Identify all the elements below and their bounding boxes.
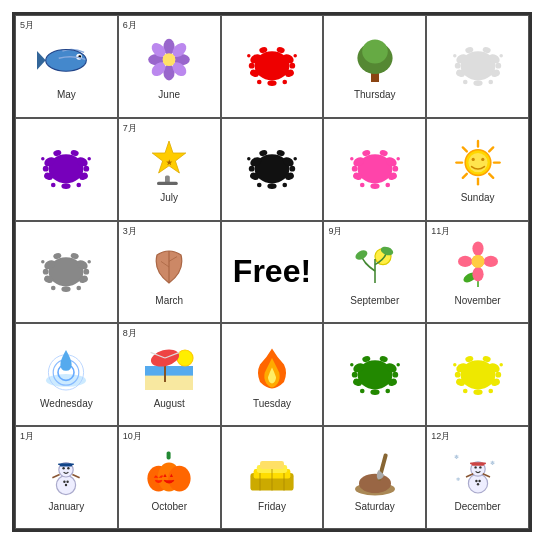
- svg-point-40: [454, 63, 460, 69]
- svg-point-167: [495, 372, 501, 378]
- svg-point-111: [62, 286, 71, 292]
- icon-july: ★: [139, 135, 199, 190]
- cell-november: 11月 November: [426, 221, 529, 324]
- kanji-march: 3月: [123, 225, 137, 238]
- icon-tuesday: [242, 341, 302, 396]
- svg-point-129: [472, 267, 483, 281]
- cell-splat-black: [221, 118, 324, 221]
- svg-point-58: [41, 157, 44, 160]
- svg-point-131: [483, 256, 497, 267]
- svg-point-112: [43, 269, 49, 275]
- label-may: May: [57, 89, 76, 100]
- label-june: June: [158, 89, 180, 100]
- svg-point-87: [392, 166, 398, 172]
- svg-text:★: ★: [166, 158, 173, 167]
- svg-point-74: [257, 183, 262, 188]
- label-july: July: [160, 192, 178, 203]
- svg-point-54: [43, 166, 49, 172]
- kanji-july: 7月: [123, 122, 137, 135]
- svg-point-174: [63, 467, 65, 469]
- label-friday: Friday: [258, 501, 286, 512]
- svg-point-152: [352, 372, 358, 378]
- svg-point-55: [84, 166, 90, 172]
- svg-point-73: [289, 166, 295, 172]
- svg-point-186: [168, 466, 190, 492]
- label-sunday: Sunday: [461, 192, 495, 203]
- svg-point-44: [453, 55, 456, 58]
- label-october: October: [151, 501, 187, 512]
- svg-point-26: [282, 80, 287, 85]
- svg-point-168: [463, 388, 468, 393]
- svg-point-76: [247, 157, 250, 160]
- label-december: December: [455, 501, 501, 512]
- cell-thursday: Thursday: [323, 15, 426, 118]
- svg-point-151: [370, 389, 379, 395]
- label-saturday: Saturday: [355, 501, 395, 512]
- svg-point-41: [495, 63, 501, 69]
- svg-point-102: [471, 157, 474, 160]
- svg-point-114: [51, 286, 56, 291]
- svg-point-115: [77, 286, 82, 291]
- cell-july: 7月 ★ July: [118, 118, 221, 221]
- svg-rect-138: [145, 366, 193, 376]
- svg-point-88: [360, 183, 365, 188]
- svg-rect-183: [167, 451, 171, 459]
- cell-march: 3月 March: [118, 221, 221, 324]
- kanji-may: 5月: [20, 19, 34, 32]
- svg-point-165: [473, 389, 482, 395]
- svg-point-22: [267, 81, 276, 87]
- label-january: January: [49, 501, 85, 512]
- svg-point-208: [475, 480, 477, 482]
- kanji-november: 11月: [431, 225, 450, 238]
- kanji-december: 12月: [431, 430, 450, 443]
- svg-point-210: [478, 480, 480, 482]
- svg-point-180: [64, 481, 66, 483]
- icon-september: [345, 238, 405, 293]
- svg-line-101: [462, 173, 466, 177]
- icon-may: [36, 32, 96, 87]
- svg-point-170: [453, 363, 456, 366]
- svg-point-171: [499, 363, 502, 366]
- svg-point-72: [249, 166, 255, 172]
- svg-point-128: [472, 242, 483, 256]
- free-label: Free!: [233, 253, 311, 290]
- icon-wednesday: [36, 341, 96, 396]
- svg-rect-61: [157, 181, 178, 184]
- svg-line-178: [53, 475, 60, 478]
- label-march: March: [155, 295, 183, 306]
- svg-point-157: [396, 363, 399, 366]
- svg-point-23: [249, 63, 255, 69]
- icon-november: [448, 238, 508, 293]
- svg-point-153: [392, 372, 398, 378]
- cell-splat-gray: [15, 221, 118, 324]
- cell-january: 1月 January: [15, 426, 118, 529]
- svg-point-116: [41, 260, 44, 263]
- label-thursday: Thursday: [354, 89, 396, 100]
- svg-point-14: [163, 53, 176, 66]
- svg-point-31: [362, 39, 388, 63]
- svg-point-91: [396, 157, 399, 160]
- svg-point-39: [473, 81, 482, 87]
- icon-december: ❄ ❄ ❄: [448, 444, 508, 499]
- label-august: August: [154, 398, 185, 409]
- cell-sunday: Sunday: [426, 118, 529, 221]
- cell-splat-pink: [323, 118, 426, 221]
- icon-friday: [242, 444, 302, 499]
- svg-marker-62: [152, 141, 186, 173]
- svg-line-100: [489, 147, 493, 151]
- icon-thursday: [345, 32, 405, 87]
- cell-splat-yellow: [426, 323, 529, 426]
- icon-sunday: [448, 135, 508, 190]
- svg-point-43: [488, 80, 493, 85]
- svg-rect-177: [58, 463, 74, 465]
- svg-point-169: [488, 388, 493, 393]
- svg-point-24: [289, 63, 295, 69]
- label-november: November: [455, 295, 501, 306]
- cell-august: 8月 August: [118, 323, 221, 426]
- svg-rect-190: [260, 461, 284, 469]
- svg-point-28: [293, 55, 296, 58]
- cell-splat-purple: [15, 118, 118, 221]
- cell-october: 10月 October: [118, 426, 221, 529]
- svg-point-123: [354, 249, 369, 262]
- cell-december: 12月 ❄ ❄ ❄ December: [426, 426, 529, 529]
